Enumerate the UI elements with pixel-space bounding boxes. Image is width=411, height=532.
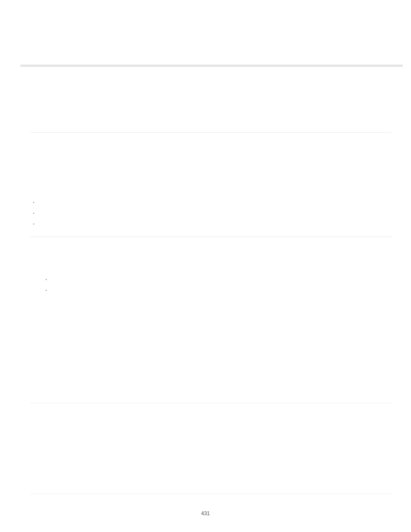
section-divider <box>30 132 392 133</box>
list-bullet: • <box>33 222 34 225</box>
list-bullet: • <box>46 289 47 292</box>
section-divider <box>30 236 392 237</box>
header-rule <box>20 65 403 67</box>
page-number: 431 <box>0 510 411 516</box>
list-bullet: • <box>33 201 34 204</box>
section-divider <box>30 494 392 494</box>
list-bullet: • <box>46 278 47 281</box>
section-divider <box>30 403 392 403</box>
list-bullet: • <box>33 212 34 215</box>
